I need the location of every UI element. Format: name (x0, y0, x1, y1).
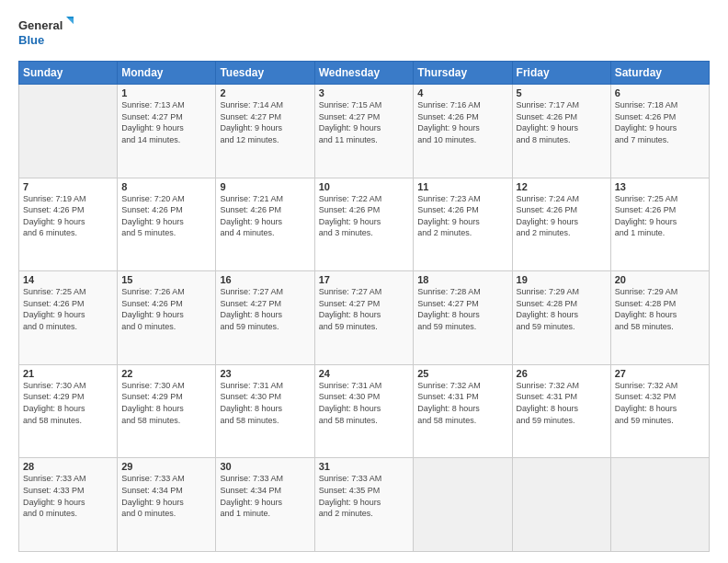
day-info: Sunrise: 7:31 AM Sunset: 4:30 PM Dayligh… (220, 380, 310, 426)
day-number: 23 (220, 368, 310, 379)
day-number: 19 (517, 274, 607, 285)
day-cell (512, 458, 610, 552)
day-cell: 8Sunrise: 7:20 AM Sunset: 4:26 PM Daylig… (118, 178, 216, 271)
day-cell: 26Sunrise: 7:32 AM Sunset: 4:31 PM Dayli… (512, 364, 610, 458)
day-info: Sunrise: 7:32 AM Sunset: 4:32 PM Dayligh… (615, 380, 705, 426)
day-number: 4 (417, 87, 507, 98)
column-header-monday: Monday (118, 62, 216, 85)
day-cell: 3Sunrise: 7:15 AM Sunset: 4:27 PM Daylig… (314, 85, 414, 178)
day-number: 13 (615, 181, 705, 192)
day-cell: 29Sunrise: 7:33 AM Sunset: 4:34 PM Dayli… (118, 458, 216, 552)
day-info: Sunrise: 7:26 AM Sunset: 4:26 PM Dayligh… (121, 286, 211, 332)
day-cell: 16Sunrise: 7:27 AM Sunset: 4:27 PM Dayli… (216, 271, 314, 365)
day-info: Sunrise: 7:28 AM Sunset: 4:27 PM Dayligh… (417, 286, 507, 332)
day-number: 1 (121, 87, 211, 98)
day-number: 14 (23, 274, 113, 285)
column-header-tuesday: Tuesday (216, 62, 314, 85)
week-row-2: 7Sunrise: 7:19 AM Sunset: 4:26 PM Daylig… (19, 178, 710, 271)
day-info: Sunrise: 7:29 AM Sunset: 4:28 PM Dayligh… (615, 286, 705, 332)
week-row-5: 28Sunrise: 7:33 AM Sunset: 4:33 PM Dayli… (19, 458, 710, 552)
day-info: Sunrise: 7:33 AM Sunset: 4:35 PM Dayligh… (319, 473, 410, 519)
column-header-wednesday: Wednesday (314, 62, 414, 85)
day-cell: 12Sunrise: 7:24 AM Sunset: 4:26 PM Dayli… (512, 178, 610, 271)
day-info: Sunrise: 7:22 AM Sunset: 4:26 PM Dayligh… (319, 193, 410, 239)
week-row-4: 21Sunrise: 7:30 AM Sunset: 4:29 PM Dayli… (19, 364, 710, 458)
day-info: Sunrise: 7:25 AM Sunset: 4:26 PM Dayligh… (23, 286, 113, 332)
day-number: 12 (517, 181, 607, 192)
day-cell (414, 458, 512, 552)
day-number: 24 (319, 368, 410, 379)
day-cell: 7Sunrise: 7:19 AM Sunset: 4:26 PM Daylig… (19, 178, 118, 271)
svg-text:Blue: Blue (18, 33, 44, 47)
day-number: 22 (121, 368, 211, 379)
column-header-thursday: Thursday (414, 62, 512, 85)
svg-marker-2 (68, 18, 74, 26)
day-number: 25 (417, 368, 507, 379)
day-info: Sunrise: 7:21 AM Sunset: 4:26 PM Dayligh… (220, 193, 310, 239)
day-number: 29 (121, 461, 211, 472)
calendar-table: SundayMondayTuesdayWednesdayThursdayFrid… (18, 61, 710, 552)
day-cell (19, 85, 118, 178)
day-number: 28 (23, 461, 113, 472)
day-cell: 24Sunrise: 7:31 AM Sunset: 4:30 PM Dayli… (314, 364, 414, 458)
day-info: Sunrise: 7:18 AM Sunset: 4:26 PM Dayligh… (615, 99, 705, 145)
day-info: Sunrise: 7:27 AM Sunset: 4:27 PM Dayligh… (220, 286, 310, 332)
day-number: 3 (319, 87, 410, 98)
day-cell: 4Sunrise: 7:16 AM Sunset: 4:26 PM Daylig… (414, 85, 512, 178)
day-number: 6 (615, 87, 705, 98)
day-number: 5 (517, 87, 607, 98)
day-number: 20 (615, 274, 705, 285)
day-cell: 5Sunrise: 7:17 AM Sunset: 4:26 PM Daylig… (512, 85, 610, 178)
week-row-1: 1Sunrise: 7:13 AM Sunset: 4:27 PM Daylig… (19, 85, 710, 178)
day-cell: 10Sunrise: 7:22 AM Sunset: 4:26 PM Dayli… (314, 178, 414, 271)
day-number: 11 (417, 181, 507, 192)
day-number: 18 (417, 274, 507, 285)
day-info: Sunrise: 7:31 AM Sunset: 4:30 PM Dayligh… (319, 380, 410, 426)
day-cell: 2Sunrise: 7:14 AM Sunset: 4:27 PM Daylig… (216, 85, 314, 178)
day-cell: 25Sunrise: 7:32 AM Sunset: 4:31 PM Dayli… (414, 364, 512, 458)
day-number: 16 (220, 274, 310, 285)
day-info: Sunrise: 7:27 AM Sunset: 4:27 PM Dayligh… (319, 286, 410, 332)
svg-text:General: General (18, 18, 63, 32)
day-cell: 6Sunrise: 7:18 AM Sunset: 4:26 PM Daylig… (610, 85, 709, 178)
day-cell: 1Sunrise: 7:13 AM Sunset: 4:27 PM Daylig… (118, 85, 216, 178)
day-info: Sunrise: 7:25 AM Sunset: 4:26 PM Dayligh… (615, 193, 705, 239)
day-cell: 9Sunrise: 7:21 AM Sunset: 4:26 PM Daylig… (216, 178, 314, 271)
day-number: 15 (121, 274, 211, 285)
day-info: Sunrise: 7:30 AM Sunset: 4:29 PM Dayligh… (23, 380, 113, 426)
day-number: 31 (319, 461, 410, 472)
day-number: 30 (220, 461, 310, 472)
day-number: 8 (121, 181, 211, 192)
column-header-sunday: Sunday (19, 62, 118, 85)
day-cell: 15Sunrise: 7:26 AM Sunset: 4:26 PM Dayli… (118, 271, 216, 365)
day-cell: 21Sunrise: 7:30 AM Sunset: 4:29 PM Dayli… (19, 364, 118, 458)
day-number: 9 (220, 181, 310, 192)
header: General Blue (18, 15, 710, 52)
day-info: Sunrise: 7:24 AM Sunset: 4:26 PM Dayligh… (517, 193, 607, 239)
day-info: Sunrise: 7:32 AM Sunset: 4:31 PM Dayligh… (517, 380, 607, 426)
day-info: Sunrise: 7:32 AM Sunset: 4:31 PM Dayligh… (417, 380, 507, 426)
day-cell: 28Sunrise: 7:33 AM Sunset: 4:33 PM Dayli… (19, 458, 118, 552)
day-info: Sunrise: 7:23 AM Sunset: 4:26 PM Dayligh… (417, 193, 507, 239)
calendar-page: General Blue SundayMondayTuesdayWednesda… (0, 0, 728, 563)
day-info: Sunrise: 7:15 AM Sunset: 4:27 PM Dayligh… (319, 99, 410, 145)
day-cell: 22Sunrise: 7:30 AM Sunset: 4:29 PM Dayli… (118, 364, 216, 458)
day-cell: 31Sunrise: 7:33 AM Sunset: 4:35 PM Dayli… (314, 458, 414, 552)
day-info: Sunrise: 7:29 AM Sunset: 4:28 PM Dayligh… (517, 286, 607, 332)
day-number: 17 (319, 274, 410, 285)
day-info: Sunrise: 7:14 AM Sunset: 4:27 PM Dayligh… (220, 99, 310, 145)
week-row-3: 14Sunrise: 7:25 AM Sunset: 4:26 PM Dayli… (19, 271, 710, 365)
day-number: 2 (220, 87, 310, 98)
column-header-friday: Friday (512, 62, 610, 85)
day-info: Sunrise: 7:16 AM Sunset: 4:26 PM Dayligh… (417, 99, 507, 145)
day-cell: 17Sunrise: 7:27 AM Sunset: 4:27 PM Dayli… (314, 271, 414, 365)
logo-svg: General Blue (18, 15, 74, 52)
day-number: 10 (319, 181, 410, 192)
day-info: Sunrise: 7:33 AM Sunset: 4:34 PM Dayligh… (220, 473, 310, 519)
day-cell: 14Sunrise: 7:25 AM Sunset: 4:26 PM Dayli… (19, 271, 118, 365)
day-info: Sunrise: 7:30 AM Sunset: 4:29 PM Dayligh… (121, 380, 211, 426)
header-row: SundayMondayTuesdayWednesdayThursdayFrid… (19, 62, 710, 85)
day-number: 21 (23, 368, 113, 379)
day-cell: 30Sunrise: 7:33 AM Sunset: 4:34 PM Dayli… (216, 458, 314, 552)
day-cell: 11Sunrise: 7:23 AM Sunset: 4:26 PM Dayli… (414, 178, 512, 271)
